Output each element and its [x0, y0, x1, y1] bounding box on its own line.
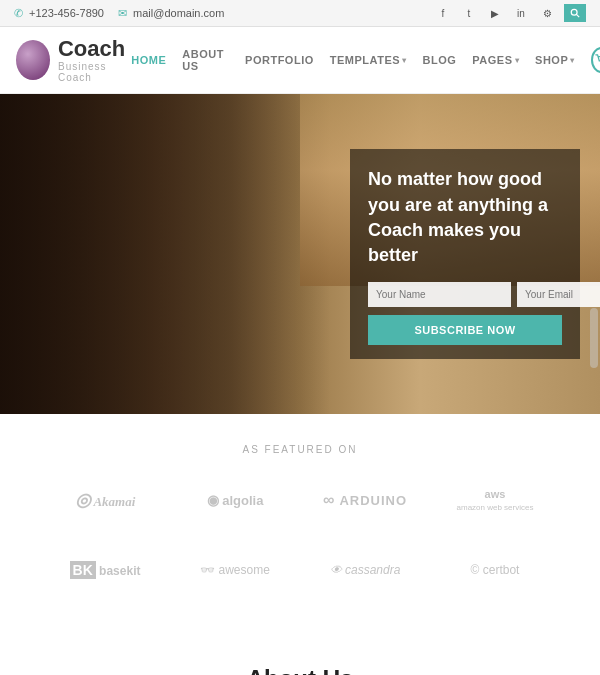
phone-number: +123-456-7890	[29, 7, 104, 19]
hero-name-input[interactable]	[368, 282, 511, 307]
subscribe-button[interactable]: Subscribe Now	[368, 315, 562, 345]
topbar: ✆ +123-456-7890 ✉ mail@domain.com f t ▶ …	[0, 0, 600, 27]
nav-shop[interactable]: SHOP ▾	[535, 54, 575, 66]
hero-email-input[interactable]	[517, 282, 600, 307]
hero-content: No matter how good you are at anything a…	[350, 149, 580, 359]
hero-form: Subscribe Now	[368, 282, 562, 345]
logo[interactable]: Coach Business Coach	[16, 37, 131, 83]
featured-logo-amazon: awsamazon web services	[435, 475, 555, 525]
email-address: mail@domain.com	[133, 7, 224, 19]
featured-row-2: BK basekit 👓 awesome 👁 cassandra © certb…	[20, 545, 580, 595]
scrollbar[interactable]	[590, 308, 598, 368]
hero-cta-box: No matter how good you are at anything a…	[350, 149, 580, 359]
logo-subtitle: Business Coach	[58, 61, 131, 83]
featured-logo-certbot: © certbot	[435, 545, 555, 595]
phone-icon: ✆	[14, 7, 23, 19]
chevron-icon: ▾	[570, 56, 575, 65]
hero-form-row	[368, 282, 562, 307]
topbar-social: f t ▶ in ⚙	[434, 4, 586, 22]
rss-icon[interactable]: ⚙	[538, 4, 556, 22]
chevron-icon: ▾	[515, 56, 520, 65]
featured-section: AS FEATURED ON ◎ Akamai ◉ algolia ∞ ARDU…	[0, 414, 600, 635]
featured-logo-algolia: ◉ algolia	[175, 475, 295, 525]
about-title: About Us	[20, 665, 580, 675]
youtube-icon[interactable]: ▶	[486, 4, 504, 22]
nav-templates[interactable]: TEMPLATES ▾	[330, 54, 407, 66]
featured-logo-akamai: ◎ Akamai	[45, 475, 165, 525]
cart-button[interactable]: 3	[591, 47, 600, 73]
featured-label: AS FEATURED ON	[20, 444, 580, 455]
svg-line-1	[577, 15, 580, 18]
search-button[interactable]	[564, 4, 586, 22]
hero-section: No matter how good you are at anything a…	[0, 94, 600, 414]
svg-point-0	[571, 9, 577, 15]
header: Coach Business Coach HOME ABOUT US PORTF…	[0, 27, 600, 94]
main-nav: HOME ABOUT US PORTFOLIO TEMPLATES ▾ BLOG…	[131, 47, 600, 73]
twitter-icon[interactable]: t	[460, 4, 478, 22]
logo-name: Coach	[58, 37, 131, 61]
featured-logos: ◎ Akamai ◉ algolia ∞ ARDUINO awsamazon w…	[20, 475, 580, 605]
chevron-icon: ▾	[402, 56, 407, 65]
featured-logo-basekit: BK basekit	[45, 545, 165, 595]
phone-contact: ✆ +123-456-7890	[14, 7, 104, 20]
featured-logo-arduino: ∞ ARDUINO	[305, 475, 425, 525]
email-icon: ✉	[118, 7, 127, 19]
about-section: About Us Hi, I'm Samantha Walters Owner/…	[0, 635, 600, 675]
hero-overlay	[0, 94, 330, 414]
email-contact: ✉ mail@domain.com	[118, 7, 224, 20]
facebook-icon[interactable]: f	[434, 4, 452, 22]
hero-heading: No matter how good you are at anything a…	[368, 167, 562, 268]
logo-text-group: Coach Business Coach	[58, 37, 131, 83]
nav-home[interactable]: HOME	[131, 54, 166, 66]
linkedin-icon[interactable]: in	[512, 4, 530, 22]
featured-row-1: ◎ Akamai ◉ algolia ∞ ARDUINO awsamazon w…	[20, 475, 580, 525]
logo-icon	[16, 40, 50, 80]
nav-blog[interactable]: BLOG	[423, 54, 457, 66]
nav-about[interactable]: ABOUT US	[182, 48, 229, 72]
featured-logo-awesome: 👓 awesome	[175, 545, 295, 595]
topbar-contact: ✆ +123-456-7890 ✉ mail@domain.com	[14, 7, 224, 20]
featured-logo-cassandra: 👁 cassandra	[305, 545, 425, 595]
nav-pages[interactable]: PAGES ▾	[472, 54, 519, 66]
nav-portfolio[interactable]: PORTFOLIO	[245, 54, 314, 66]
